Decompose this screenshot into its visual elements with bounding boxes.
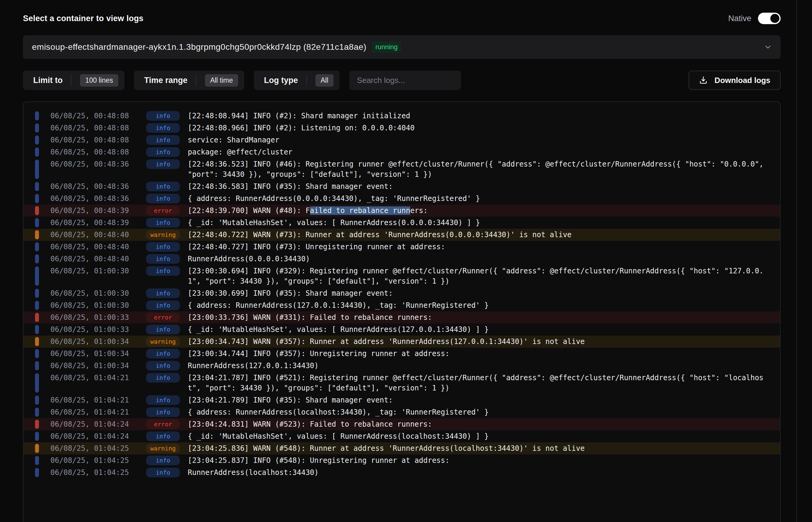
level-indicator xyxy=(35,147,39,157)
status-badge: running xyxy=(372,41,401,53)
log-message: [23:04:25.837] INFO (#548): Unregisterin… xyxy=(188,455,769,466)
log-row: 06/08/25, 01:04:25 info [23:04:25.837] I… xyxy=(23,455,780,466)
container-select[interactable]: emisoup-effectshardmanager-aykx1n.1.3bgr… xyxy=(23,35,780,59)
filter-time-range[interactable]: Time range All time xyxy=(134,71,244,90)
log-timestamp: 06/08/25, 01:00:34 xyxy=(51,337,130,347)
log-row: 06/08/25, 01:00:30 info [23:00:30.694] I… xyxy=(23,265,780,287)
log-row: 06/08/25, 01:04:25 warning [23:04:25.836… xyxy=(23,442,780,455)
level-badge: info xyxy=(146,123,180,133)
log-row: 06/08/25, 00:48:08 info package: @effect… xyxy=(23,146,780,158)
level-badge: info xyxy=(146,218,180,227)
download-icon xyxy=(699,76,708,85)
log-row: 06/08/25, 00:48:08 info service: ShardMa… xyxy=(23,134,780,146)
toggle-knob xyxy=(770,14,779,23)
log-row: 06/08/25, 01:00:33 error [23:00:33.736] … xyxy=(23,312,780,323)
native-toggle[interactable] xyxy=(758,13,780,24)
log-message: [23:04:24.831] WARN (#523): Failed to re… xyxy=(188,419,769,429)
log-row: 06/08/25, 00:48:08 info [22:48:08.966] I… xyxy=(23,122,780,134)
log-timestamp: 06/08/25, 00:48:39 xyxy=(51,205,130,216)
log-timestamp: 06/08/25, 00:48:08 xyxy=(51,147,130,157)
filter-log-type[interactable]: Log type All xyxy=(254,71,340,90)
level-badge: info xyxy=(146,361,180,370)
level-badge-column: warning xyxy=(146,230,180,240)
level-badge-column: info xyxy=(146,194,180,203)
level-indicator xyxy=(35,218,39,227)
filter-time-range-label: Time range xyxy=(144,76,188,85)
log-message: RunnerAddress(0.0.0.0:34430) xyxy=(188,254,769,264)
log-timestamp: 06/08/25, 01:00:30 xyxy=(51,266,130,276)
log-message: package: @effect/cluster xyxy=(188,147,769,157)
log-row: 06/08/25, 01:04:21 info { address: Runne… xyxy=(23,406,780,418)
log-timestamp: 06/08/25, 00:48:36 xyxy=(51,181,130,192)
log-timestamp: 06/08/25, 00:48:08 xyxy=(51,135,130,145)
log-row: 06/08/25, 01:00:33 info { _id: 'MutableH… xyxy=(23,323,780,336)
log-timestamp: 06/08/25, 01:04:25 xyxy=(51,467,130,478)
level-badge-column: error xyxy=(146,419,180,429)
log-timestamp: 06/08/25, 01:00:34 xyxy=(51,348,130,359)
log-rows: 06/08/25, 00:48:08 info [22:48:08.944] I… xyxy=(23,110,780,479)
search-input[interactable] xyxy=(357,76,453,85)
log-row: 06/08/25, 00:48:36 info [22:48:36.583] I… xyxy=(23,180,780,193)
level-badge: info xyxy=(146,254,180,264)
level-badge-column: info xyxy=(146,135,180,145)
level-badge: info xyxy=(146,266,180,276)
level-badge-column: info xyxy=(146,373,180,383)
log-row: 06/08/25, 00:48:36 info { address: Runne… xyxy=(23,193,780,205)
log-row: 06/08/25, 01:00:30 info [23:00:30.699] I… xyxy=(23,287,780,299)
log-message: { address: RunnerAddress(0.0.0.0:34430),… xyxy=(188,194,769,204)
log-message: [23:00:30.694] INFO (#329): Registering … xyxy=(188,266,769,286)
filter-limit-label: Limit to xyxy=(33,76,62,85)
level-badge: info xyxy=(146,325,180,334)
log-row: 06/08/25, 00:48:39 error [22:48:39.700] … xyxy=(23,205,780,217)
level-indicator xyxy=(35,373,39,393)
level-badge: info xyxy=(146,194,180,203)
level-badge-column: info xyxy=(146,468,180,477)
level-badge-column: info xyxy=(146,254,180,264)
level-badge-column: info xyxy=(146,242,180,252)
level-badge: warning xyxy=(146,444,180,453)
log-timestamp: 06/08/25, 00:48:40 xyxy=(51,242,130,252)
level-badge-column: info xyxy=(146,182,180,191)
level-badge-column: error xyxy=(146,206,180,216)
log-row: 06/08/25, 01:04:25 info RunnerAddress(lo… xyxy=(23,466,780,479)
level-badge: info xyxy=(146,456,180,465)
log-message: { _id: 'MutableHashSet', values: [ Runne… xyxy=(188,324,769,335)
level-badge-column: info xyxy=(146,218,180,227)
filter-limit[interactable]: Limit to 100 lines xyxy=(23,71,124,90)
log-message: [23:00:34.744] INFO (#357): Unregisterin… xyxy=(188,348,769,359)
log-timestamp: 06/08/25, 01:00:33 xyxy=(51,324,130,335)
log-timestamp: 06/08/25, 01:00:30 xyxy=(51,288,130,298)
divider xyxy=(306,75,307,86)
log-message: [23:00:33.736] WARN (#331): Failed to re… xyxy=(188,312,769,323)
level-indicator xyxy=(35,301,39,310)
log-timestamp: 06/08/25, 00:48:08 xyxy=(51,123,130,133)
level-badge-column: info xyxy=(146,395,180,405)
level-indicator xyxy=(35,361,39,370)
level-indicator xyxy=(35,349,39,358)
page-title: Select a container to view logs xyxy=(23,14,143,23)
log-message: [22:48:36.523] INFO (#46): Registering r… xyxy=(188,159,769,180)
level-badge-column: warning xyxy=(146,337,180,346)
log-message: service: ShardManager xyxy=(188,135,769,145)
log-message: { address: RunnerAddress(127.0.0.1:34430… xyxy=(188,300,769,310)
level-indicator xyxy=(35,396,39,405)
log-row: 06/08/25, 00:48:08 info [22:48:08.944] I… xyxy=(23,110,780,122)
log-row: 06/08/25, 00:48:40 warning [22:48:40.722… xyxy=(23,229,780,241)
download-logs-button[interactable]: Download logs xyxy=(689,71,780,90)
level-badge: info xyxy=(146,349,180,359)
selected-text: ailed to rebalance runn xyxy=(310,206,410,215)
log-row: 06/08/25, 01:00:30 info { address: Runne… xyxy=(23,299,780,312)
log-panel[interactable]: 06/08/25, 00:48:08 info [22:48:08.944] I… xyxy=(23,101,780,522)
level-indicator xyxy=(35,111,39,120)
level-badge: info xyxy=(146,242,180,252)
log-message: [23:04:21.787] INFO (#521): Registering … xyxy=(188,373,769,393)
level-indicator xyxy=(35,325,39,334)
log-timestamp: 06/08/25, 01:04:25 xyxy=(51,455,130,466)
level-indicator xyxy=(35,432,39,441)
level-badge-column: info xyxy=(146,349,180,359)
log-timestamp: 06/08/25, 00:48:40 xyxy=(51,254,130,264)
level-indicator xyxy=(35,456,39,465)
log-row: 06/08/25, 01:00:34 warning [23:00:34.743… xyxy=(23,336,780,347)
level-indicator xyxy=(35,194,39,203)
level-indicator xyxy=(35,444,39,453)
